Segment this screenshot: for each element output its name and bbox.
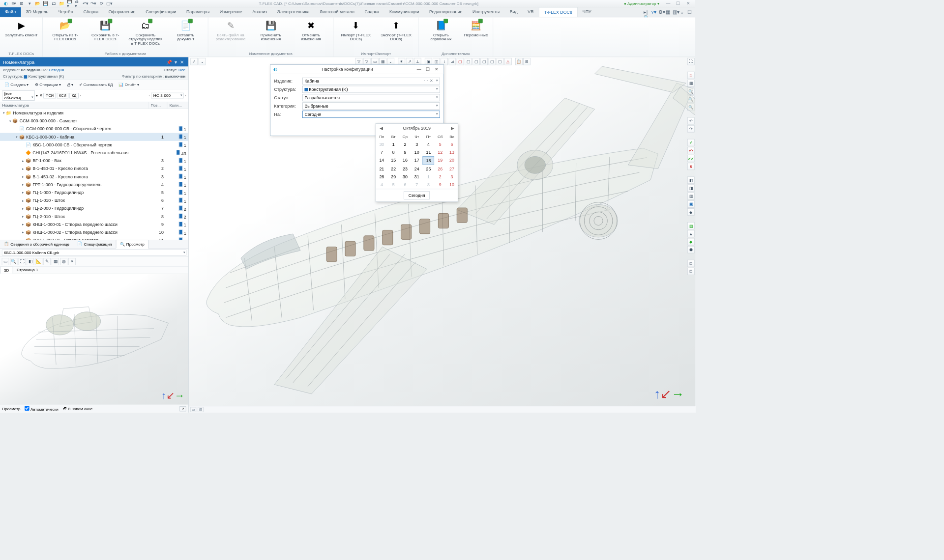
- ptab-preview[interactable]: 🔍Просмотр: [116, 240, 148, 249]
- cal-day-28[interactable]: 28: [376, 173, 387, 181]
- dialog-minimize-button[interactable]: —: [414, 67, 423, 72]
- pv-wire-icon[interactable]: ▦: [52, 258, 59, 265]
- save-multi-icon[interactable]: 🗂: [51, 0, 57, 6]
- ribbon-Запустить-клиент[interactable]: ▶Запустить клиент: [3, 19, 40, 37]
- cal-day-8[interactable]: 8: [423, 181, 435, 189]
- tab-ЧПУ[interactable]: ЧПУ: [577, 7, 596, 17]
- cal-day-27[interactable]: 27: [446, 165, 458, 173]
- ribbon-Сохранить-структуру-изделия-в-T-FLEX-DOCs[interactable]: 🗂Сохранить структуру изделия в T-FLEX DO…: [126, 19, 165, 46]
- tree-row[interactable]: 🔶СНЦ147-24/16РО11-NW4S - Розетка кабельн…: [0, 149, 188, 157]
- tab-Электротехника[interactable]: Электротехника: [272, 7, 314, 17]
- pvtab-3d[interactable]: 3D: [0, 267, 13, 274]
- cal-day-10[interactable]: 10: [446, 181, 458, 189]
- cal-day-24[interactable]: 24: [411, 165, 423, 173]
- cal-day-9[interactable]: 9: [434, 181, 446, 189]
- col-name[interactable]: Номенклатура: [0, 102, 148, 109]
- cal-day-14[interactable]: 14: [376, 156, 387, 165]
- cal-day-29[interactable]: 29: [387, 173, 399, 181]
- layout2-icon[interactable]: ▥▾: [673, 9, 678, 15]
- tree-row[interactable]: ▸📦ГЦ-2-000 - Гидроцилиндр7 2: [0, 204, 188, 212]
- cal-next-icon[interactable]: ▶: [451, 126, 454, 131]
- cal-day-30[interactable]: 30: [376, 140, 387, 148]
- tab-Сборка[interactable]: Сборка: [78, 7, 103, 17]
- hc-prev-icon[interactable]: ‹: [148, 93, 150, 98]
- tree-row[interactable]: ▸📦КСН-1-000-01 - Створка носовая11 1: [0, 236, 188, 240]
- dialog-header[interactable]: ◐ Настройка конфигурации — ☐ ✕: [270, 65, 443, 74]
- main-3d-viewport[interactable]: ⤢ ⌄ ▽ ▽ ▭ ▦ ⌄ ✶ ↗ ⊥ ▣ ◫ ↕ ⊿ ▢ ▢ ▢: [189, 57, 695, 412]
- user-label[interactable]: Администратор ▾: [624, 1, 659, 6]
- pv-explode-icon[interactable]: ✴: [68, 258, 76, 265]
- chip-next-icon[interactable]: ›: [80, 93, 81, 98]
- cal-day-20[interactable]: 20: [446, 156, 458, 165]
- cal-day-7[interactable]: 7: [376, 148, 387, 156]
- cal-day-23[interactable]: 23: [399, 165, 411, 173]
- pv-zoom-icon[interactable]: 🔍: [10, 258, 18, 265]
- tree-row[interactable]: ▸📦БГ-1-000 - Бак3 1: [0, 157, 188, 165]
- footer-help-icon[interactable]: ?: [179, 406, 186, 411]
- tab-Измерение[interactable]: Измерение: [214, 7, 247, 17]
- cal-day-4[interactable]: 4: [423, 140, 435, 148]
- tab-Листовой металл[interactable]: Листовой металл: [315, 7, 359, 17]
- col-pos[interactable]: Поз...: [148, 102, 167, 109]
- objects-combo[interactable]: [все объекты]: [2, 90, 34, 101]
- tab-Спецификации[interactable]: Спецификации: [141, 7, 181, 17]
- save-icon[interactable]: 💾▾: [67, 0, 73, 6]
- tab-Параметры[interactable]: Параметры: [181, 7, 215, 17]
- sb-layout2-icon[interactable]: ▥: [198, 407, 204, 412]
- folder-browse-icon[interactable]: 📁: [59, 0, 64, 6]
- tab-T-FLEX DOCs[interactable]: T-FLEX DOCs: [539, 7, 578, 17]
- new-dropdown-icon[interactable]: ▾: [27, 0, 33, 6]
- cal-day-5[interactable]: 5: [434, 140, 446, 148]
- chip-kd[interactable]: КД: [70, 93, 79, 98]
- tree-row[interactable]: ▸📦ГРТ-1-000 - Гидрораспределитель4 1: [0, 181, 188, 189]
- pv-measure-icon[interactable]: 📐: [35, 258, 42, 265]
- tab-Чертёж[interactable]: Чертёж: [53, 7, 78, 17]
- dialog-maximize-button[interactable]: ☐: [423, 67, 432, 72]
- dialog-close-button[interactable]: ✕: [432, 67, 441, 72]
- pv-shade-icon[interactable]: ◍: [60, 258, 67, 265]
- cal-day-1[interactable]: 1: [423, 173, 435, 181]
- print-icon[interactable]: 🖨▾: [75, 0, 81, 6]
- cal-day-12[interactable]: 12: [434, 148, 446, 156]
- col-qty[interactable]: Коли...: [167, 102, 188, 109]
- pvtab-page1[interactable]: Страница 1: [13, 267, 42, 274]
- tree-row[interactable]: ▸📦КНШ-1-000-01 - Створка переднего шасси…: [0, 221, 188, 228]
- new-icon[interactable]: 🗎: [19, 0, 25, 6]
- tree[interactable]: ▾📁 Номенклатура и изделия ▾📦ССМ-000-000-…: [0, 109, 188, 240]
- cal-day-17[interactable]: 17: [411, 156, 423, 165]
- cal-day-1[interactable]: 1: [387, 140, 399, 148]
- menu-dropdown-icon[interactable]: ≡▾: [11, 0, 17, 6]
- cal-day-19[interactable]: 19: [434, 156, 446, 165]
- hc-next-icon[interactable]: ›: [185, 93, 186, 98]
- tree-row[interactable]: ▸📦КНШ-1-000-02 - Створка переднего шасси…: [0, 228, 188, 236]
- tree-row[interactable]: ▸📦ГЦ-2-010 - Шток8 2: [0, 212, 188, 220]
- cal-day-6[interactable]: 6: [399, 181, 411, 189]
- cal-day-11[interactable]: 11: [423, 148, 435, 156]
- layout-icon[interactable]: ▦: [666, 9, 672, 15]
- tree-row[interactable]: ▸📦В-1-450-01 - Кресло пилота2 1: [0, 165, 188, 172]
- tab-Инструменты[interactable]: Инструменты: [468, 7, 505, 17]
- preview-3d-viewport[interactable]: ↑↙→: [0, 274, 188, 405]
- agree-kd-button[interactable]: ✔Согласовать КД: [77, 81, 115, 88]
- refresh-icon[interactable]: ⟳: [98, 0, 104, 6]
- ribbon-Отменить-изменения[interactable]: ✖Отменить изменения: [292, 19, 330, 42]
- tree-root[interactable]: ▾📁 Номенклатура и изделия: [0, 109, 188, 117]
- cal-month[interactable]: Октябрь 2019: [403, 126, 431, 131]
- tab-Оформление[interactable]: Оформление: [103, 7, 140, 17]
- cal-day-2[interactable]: 2: [434, 173, 446, 181]
- cal-day-13[interactable]: 13: [446, 148, 458, 156]
- footer-auto[interactable]: Автоматически: [25, 406, 58, 411]
- preview-file-combo[interactable]: КБС-1-000-000 Кабина СБ.grb: [2, 250, 187, 255]
- cal-today-button[interactable]: Сегодня: [404, 192, 430, 199]
- maximize-button[interactable]: ☐: [673, 0, 683, 6]
- create-button[interactable]: 📄Создать▾: [2, 81, 31, 88]
- tab-Анализ[interactable]: Анализ: [247, 7, 272, 17]
- cal-day-9[interactable]: 9: [399, 148, 411, 156]
- panel-close-icon[interactable]: ✕: [179, 59, 185, 64]
- hc-combo[interactable]: НС-8-000: [151, 93, 183, 99]
- ribbon-Открыть-из-T-FLEX-DOCs[interactable]: 📂Открыть из T-FLEX DOCs: [46, 19, 85, 42]
- ribbon-Применить-изменения[interactable]: 💾Применить изменения: [251, 19, 290, 42]
- cal-day-5[interactable]: 5: [387, 181, 399, 189]
- file-tab[interactable]: Файл: [0, 7, 21, 17]
- cal-day-16[interactable]: 16: [399, 156, 411, 165]
